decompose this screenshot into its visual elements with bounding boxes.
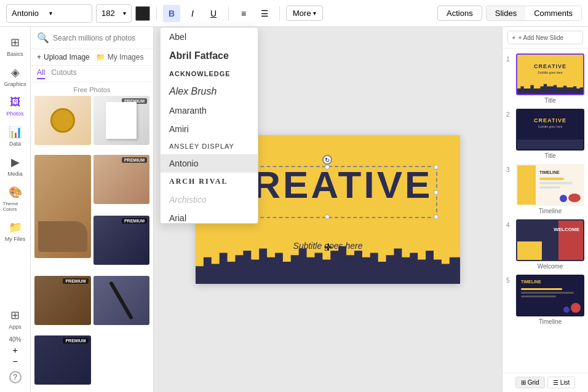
move-cursor: ✛: [324, 241, 332, 253]
font-option-amiri[interactable]: Amiri: [161, 120, 258, 138]
list-view-button[interactable]: ☰ List: [547, 377, 576, 388]
photo-item-4[interactable]: PREMIUM: [93, 155, 150, 204]
font-option-archistico[interactable]: Archistico: [161, 190, 258, 209]
handle-bm[interactable]: [325, 214, 330, 219]
slide-num-4: 4: [506, 219, 514, 229]
sidebar-item-help[interactable]: ?: [2, 367, 29, 387]
list-icon: ☰: [553, 379, 558, 386]
sidebar-item-theme-colors[interactable]: 🎨 Theme Colors: [2, 182, 29, 216]
slide-thumb-row-5: 5 TIMELINE: [506, 275, 584, 316]
font-selector[interactable]: Antonio ▾: [6, 4, 92, 23]
sidebar-data-label: Data: [9, 141, 21, 147]
photo-item-7[interactable]: [93, 276, 150, 325]
more-button[interactable]: More ▾: [286, 6, 323, 21]
font-option-amaranth[interactable]: Amaranth: [161, 101, 258, 120]
top-toolbar: Antonio ▾ 182 ▾ B I U ≡ ☰ More ▾ Actions…: [0, 0, 588, 27]
font-option-abril[interactable]: Abril Fatface: [161, 46, 258, 66]
font-option-acknowledge[interactable]: ACKNOWLEDGE: [161, 66, 258, 82]
italic-button[interactable]: I: [184, 5, 201, 22]
underline-button[interactable]: U: [205, 5, 222, 22]
filter-cutouts-tab[interactable]: Cutouts: [51, 68, 76, 79]
add-slide-button[interactable]: + + Add New Slide: [507, 31, 583, 44]
zoom-plus[interactable]: +: [12, 345, 17, 355]
upload-image-button[interactable]: + Upload Image: [37, 53, 90, 61]
toolbar-divider-3: [279, 6, 280, 21]
slides-tab[interactable]: Slides: [487, 6, 525, 20]
help-icon: ?: [9, 371, 22, 383]
slide-num-3: 3: [506, 164, 514, 173]
slides-comments-toggle: Slides Comments: [486, 6, 582, 21]
photo-item-1[interactable]: [34, 96, 91, 145]
sidebar-item-photos[interactable]: 🖼 Photos: [2, 92, 29, 120]
font-option-antonio[interactable]: Antonio: [161, 154, 258, 173]
thumb3-accent: [517, 165, 536, 205]
slide-num-2: 2: [506, 109, 514, 118]
search-input[interactable]: [53, 34, 147, 42]
slide-thumb-1[interactable]: CREATIVE Subtitle goes here: [516, 53, 584, 95]
filter-all-tab[interactable]: All: [37, 68, 45, 79]
slides-list: 1 CREATIVE Subtitle goes here Title 2 CR…: [503, 49, 588, 372]
photo-grid: PREMIUM PREMIUM PREMIUM PREMIUM: [31, 96, 153, 392]
font-option-arial[interactable]: Arial: [161, 209, 258, 224]
slide-label-5: Timeline: [506, 318, 584, 325]
slide-num-5: 5: [506, 275, 514, 284]
font-option-abel[interactable]: Abel: [161, 28, 258, 46]
toolbar-divider-2: [228, 6, 229, 21]
grid-view-button[interactable]: ⊞ Grid: [515, 377, 545, 388]
sidebar-item-graphics[interactable]: ◈ Graphics: [2, 62, 29, 91]
font-size-display: 182: [101, 9, 115, 18]
font-option-alexbrush[interactable]: Alex Brush: [161, 82, 258, 101]
upload-row: + Upload Image 📁 My Images: [31, 49, 153, 66]
slide-thumb-2[interactable]: CREATIVE Subtitle goes here: [516, 109, 584, 151]
my-files-icon: 📁: [9, 221, 22, 234]
align-button[interactable]: ≡: [235, 5, 252, 22]
slide-thumb-3[interactable]: TIMELINE: [516, 164, 584, 206]
sidebar-item-data[interactable]: 📊 Data: [2, 122, 29, 151]
slide-label-1: Title: [506, 97, 584, 104]
thumb2-sub: Subtitle goes here: [517, 125, 583, 128]
my-images-button[interactable]: 📁 My Images: [96, 53, 144, 61]
media-icon: ▶: [11, 155, 20, 169]
sidebar-basics-label: Basics: [7, 51, 23, 57]
photos-icon: 🖼: [10, 96, 21, 109]
toolbar-divider-1: [156, 6, 157, 21]
plus-icon: +: [37, 53, 41, 61]
premium-badge-5: PREMIUM: [122, 218, 147, 224]
more-label: More: [293, 9, 311, 18]
thumb2-title: CREATIVE: [517, 117, 583, 123]
font-option-arch-rival[interactable]: ARCH RIVAL: [161, 173, 258, 190]
photo-item-5[interactable]: PREMIUM: [93, 216, 150, 265]
slide-label-4: Welcome: [506, 263, 584, 270]
sidebar-item-my-files[interactable]: 📁 My Files: [2, 217, 29, 246]
comments-tab[interactable]: Comments: [525, 6, 581, 20]
photo-item-3[interactable]: [34, 155, 91, 258]
font-size-selector[interactable]: 182 ▾: [96, 4, 132, 23]
bold-button[interactable]: B: [163, 5, 180, 22]
sidebar-theme-colors-label: Theme Colors: [3, 201, 28, 212]
theme-colors-icon: 🎨: [9, 186, 22, 199]
media-panel: 🔍 + Upload Image 📁 My Images All Cutouts…: [31, 27, 154, 392]
zoom-minus[interactable]: −: [12, 356, 17, 366]
font-option-ansley[interactable]: ANSLEY DISPLAY: [161, 138, 258, 154]
handle-br[interactable]: [434, 214, 439, 219]
slide-thumb-row-1: 1 CREATIVE Subtitle goes here: [506, 53, 584, 95]
photo-item-8[interactable]: PREMIUM: [34, 335, 91, 385]
zoom-level: 40%: [9, 336, 21, 343]
photo-item-6[interactable]: PREMIUM: [34, 276, 91, 325]
slide-thumb-5[interactable]: TIMELINE: [516, 275, 584, 316]
sidebar-item-apps[interactable]: ⊞ Apps: [2, 305, 29, 334]
slide-thumb-4[interactable]: WELCOME: [516, 219, 584, 261]
thumb5-title: TIMELINE: [521, 280, 541, 284]
sidebar-item-media[interactable]: ▶ Media: [2, 152, 29, 181]
photo-item-2[interactable]: PREMIUM: [93, 96, 150, 145]
slide-thumb-row-4: 4 WELCOME: [506, 219, 584, 261]
font-size-chevron: ▾: [123, 10, 126, 17]
list-button[interactable]: ☰: [256, 5, 273, 22]
sidebar-item-basics[interactable]: ⊞ Basics: [2, 32, 29, 61]
thumb1-city: [517, 83, 583, 94]
actions-button[interactable]: Actions: [437, 6, 482, 21]
folder-icon: 📁: [96, 53, 105, 61]
text-color-box[interactable]: [135, 6, 150, 21]
sidebar-graphics-label: Graphics: [4, 81, 26, 87]
slide-thumb-item-3: 3 TIMELINE Timeline: [506, 164, 584, 214]
